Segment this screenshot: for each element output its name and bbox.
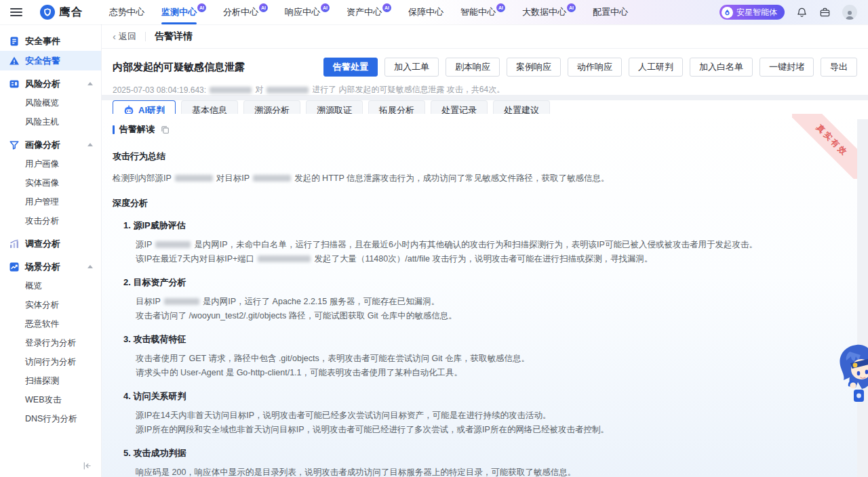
text-segment: 源IP所在的网段和安全域也非首天访问目标IP，说明攻击者可能已经进行了多次尝试，… [136, 425, 609, 434]
section-title: 告警解读 [119, 123, 155, 136]
sidebar-item-16[interactable]: 登录行为分析 [0, 333, 101, 352]
nav-item-2[interactable]: 监测中心AI [161, 0, 206, 24]
assistant-mascot[interactable] [835, 342, 868, 407]
sidebar: 安全事件安全告警风险分析风险概览风险主机画像分析用户画像实体画像用户管理攻击分析… [0, 24, 102, 477]
sidebar-item-8[interactable]: 实体画像 [0, 173, 101, 192]
analysis-item-body-1: 源IP是内网IP，未命中白名单，运行了扫描器，且在最近6小时内有其他确认的攻击行… [136, 238, 844, 266]
nav-item-5[interactable]: 资产中心AI [347, 0, 391, 24]
sidebar-item-12[interactable]: 场景分析 [0, 257, 101, 276]
sidebar-item-18[interactable]: 扫描探测 [0, 371, 101, 390]
sidebar-item-label: 画像分析 [25, 139, 60, 151]
sidebar-item-20[interactable]: DNS行为分析 [0, 409, 101, 428]
analysis-item-body-5: 响应码是 200，响应体中显示的是目录列表，说明攻击者成功访问了目标服务器上的特… [136, 465, 844, 477]
nav-item-4[interactable]: 响应中心AI [285, 0, 330, 24]
sidebar-item-13[interactable]: 概览 [0, 276, 101, 295]
sidebar-item-9[interactable]: 用户管理 [0, 192, 101, 211]
action-button-5[interactable]: 人工研判 [629, 58, 683, 77]
agent-pill-label: 安星智能体 [736, 7, 777, 18]
agent-pill-button[interactable]: 安星智能体 [719, 5, 785, 20]
sidebar-item-5[interactable]: 风险主机 [0, 112, 101, 131]
scenario-icon [9, 262, 20, 272]
redacted-ip [267, 87, 309, 94]
ai-badge-icon: AI [197, 3, 206, 12]
sidebar-item-label: 用户画像 [25, 159, 59, 170]
sidebar-item-6[interactable]: 画像分析 [0, 135, 101, 154]
action-button-8[interactable]: 导出 [821, 58, 857, 77]
sidebar-item-2[interactable]: 安全告警 [0, 51, 101, 70]
sidebar-item-label: 安全事件 [25, 35, 60, 47]
analysis-item-body-2: 目标IP是内网IP，运行了 Apache 2.2.15 服务器，可能存在已知漏洞… [136, 295, 844, 323]
alert-handle-button[interactable]: 告警处置 [323, 58, 378, 77]
nav-item-1[interactable]: 态势中心 [109, 0, 144, 24]
action-button-2[interactable]: 剧本响应 [446, 58, 500, 77]
verdict-ribbon-badge: 真实有效 [792, 114, 857, 179]
analysis-line: 源IP是内网IP，未命中白名单，运行了扫描器，且在最近6小时内有其他确认的攻击行… [136, 238, 844, 252]
text-segment: 发起的 HTTP 信息泄露攻击行为，成功访问了常见敏感文件路径，获取了敏感信息。 [294, 173, 609, 183]
funnel-icon [9, 140, 20, 150]
sidebar-item-11[interactable]: 调查分析 [0, 234, 101, 253]
summary-paragraph: 检测到内部源IP对目标IP发起的 HTTP 信息泄露攻击行为，成功访问了常见敏感… [113, 171, 844, 186]
menu-icon[interactable] [10, 6, 22, 18]
sidebar-item-label: 用户管理 [25, 196, 59, 208]
sidebar-item-label: 场景分析 [25, 261, 60, 273]
sidebar-item-label: 登录行为分析 [25, 337, 76, 349]
copy-icon[interactable] [161, 125, 170, 134]
ai-badge-icon: AI [321, 3, 330, 12]
nav-item-9[interactable]: 配置中心 [593, 0, 628, 24]
sidebar-item-19[interactable]: WEB攻击 [0, 390, 101, 409]
action-button-7[interactable]: 一键封堵 [760, 58, 814, 77]
nav-item-label: 配置中心 [593, 6, 628, 18]
sidebar-item-label: 攻击分析 [25, 215, 59, 227]
action-button-1[interactable]: 加入工单 [384, 58, 439, 77]
nav-item-8[interactable]: 大数据中心AI [522, 0, 576, 24]
sidebar-item-7[interactable]: 用户画像 [0, 154, 101, 173]
sidebar-item-15[interactable]: 恶意软件 [0, 314, 101, 333]
sidebar-item-3[interactable]: 风险分析 [0, 74, 101, 94]
redacted-ip [175, 175, 213, 182]
notification-bell-icon[interactable] [796, 7, 808, 18]
nav-item-label: 资产中心 [347, 6, 382, 18]
analysis-line: 攻击者使用了 GET 请求，路径中包含 .git/objects，表明攻击者可能… [136, 352, 844, 366]
ai-badge-icon: AI [567, 3, 576, 12]
sidebar-item-4[interactable]: 风险概览 [0, 94, 101, 112]
alert-timestamp-line: 2025-07-03 08:04:19.643: 对进行了 内部发起的可疑敏感信… [113, 84, 857, 96]
sidebar-item-17[interactable]: 访问行为分析 [0, 352, 101, 371]
analysis-item-title-2: 2. 目标资产分析 [123, 276, 844, 289]
sidebar-item-14[interactable]: 实体分析 [0, 295, 101, 314]
text-segment: 进行了 内部发起的可疑敏感信息泄露 攻击，共64次。 [312, 84, 505, 96]
investigate-icon [9, 239, 20, 249]
alert-title: 内部发起的可疑敏感信息泄露 [113, 58, 245, 74]
redacted-ip [164, 298, 199, 305]
text-segment: 请求头中的 User-Agent 是 Go-http-client/1.1，可能… [136, 368, 462, 377]
action-button-6[interactable]: 加入白名单 [690, 58, 753, 77]
action-button-3[interactable]: 案例响应 [507, 58, 561, 77]
nav-item-6[interactable]: 保障中心 [408, 0, 443, 24]
toolbox-icon[interactable] [819, 7, 831, 18]
ai-badge-icon: AI [259, 3, 268, 12]
sidebar-item-10[interactable]: 攻击分析 [0, 211, 101, 230]
sidebar-item-label: 风险分析 [25, 78, 60, 90]
security-event-icon [9, 36, 20, 47]
sidebar-item-label: 恶意软件 [25, 318, 59, 330]
analysis-line: 源IP所在的网段和安全域也非首天访问目标IP，说明攻击者可能已经进行了多次尝试，… [136, 423, 844, 437]
analysis-line: 攻击者访问了 /wooyun_test2/.git/objects 路径，可能试… [136, 309, 844, 323]
nav-item-7[interactable]: 智能中心AI [460, 0, 505, 24]
nav-item-label: 保障中心 [408, 6, 443, 18]
app-logo[interactable]: 鹰合 [40, 5, 83, 20]
nav-item-label: 响应中心 [285, 6, 320, 18]
navbar-right: 安星智能体 [719, 5, 857, 20]
analysis-item-title-3: 3. 攻击载荷特征 [123, 333, 844, 346]
redacted-ip [210, 87, 252, 94]
sidebar-item-label: 实体分析 [25, 299, 59, 311]
action-button-4[interactable]: 动作响应 [568, 58, 622, 77]
sidebar-item-1[interactable]: 安全事件 [0, 31, 101, 51]
analysis-line: 目标IP是内网IP，运行了 Apache 2.2.15 服务器，可能存在已知漏洞… [136, 295, 844, 309]
app-navbar: 鹰合 态势中心监测中心AI分析中心AI响应中心AI资产中心AI保障中心智能中心A… [0, 0, 868, 24]
back-button[interactable]: ‹ 返回 [113, 30, 136, 43]
nav-item-label: 态势中心 [109, 6, 144, 18]
text-segment: 对 [255, 84, 263, 96]
nav-item-3[interactable]: 分析中心AI [223, 0, 268, 24]
text-segment: 2025-07-03 08:04:19.643: [113, 85, 206, 95]
user-avatar[interactable] [842, 5, 857, 20]
sidebar-collapse-icon[interactable] [83, 461, 92, 470]
